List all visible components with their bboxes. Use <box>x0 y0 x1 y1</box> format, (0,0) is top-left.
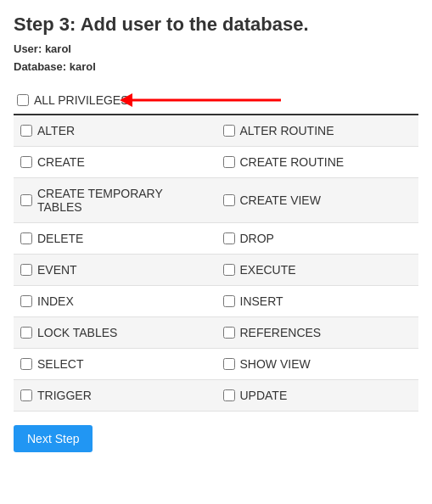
privilege-label[interactable]: ALTER ROUTINE <box>240 124 334 137</box>
privilege-cell: DROP <box>216 222 419 254</box>
next-step-button[interactable]: Next Step <box>14 425 93 452</box>
privilege-label[interactable]: UPDATE <box>240 389 288 402</box>
privilege-cell: UPDATE <box>216 379 419 411</box>
privilege-label[interactable]: CREATE ROUTINE <box>240 155 345 169</box>
privilege-checkbox[interactable] <box>223 327 235 339</box>
privilege-checkbox[interactable] <box>20 232 32 244</box>
all-privileges-row: ALL PRIVILEGES <box>14 87 418 115</box>
privilege-label[interactable]: EVENT <box>37 263 77 277</box>
database-label: Database: <box>14 60 66 73</box>
privilege-checkbox[interactable] <box>20 327 32 339</box>
privilege-checkbox[interactable] <box>223 295 235 307</box>
meta-info: User: karol Database: karol <box>14 41 418 76</box>
privilege-label[interactable]: LOCK TABLES <box>37 326 117 339</box>
privilege-checkbox[interactable] <box>223 389 235 401</box>
privilege-cell: ALTER ROUTINE <box>216 115 419 147</box>
privilege-cell: INDEX <box>14 285 216 316</box>
privilege-cell: CREATE VIEW <box>216 177 419 222</box>
privileges-table: ALTERALTER ROUTINECREATECREATE ROUTINECR… <box>14 115 418 412</box>
privilege-label[interactable]: TRIGGER <box>37 389 92 402</box>
privilege-checkbox[interactable] <box>223 156 235 168</box>
privilege-cell: CREATE <box>14 146 216 177</box>
privilege-label[interactable]: DROP <box>240 232 274 245</box>
privilege-label[interactable]: DELETE <box>37 232 83 245</box>
privilege-checkbox[interactable] <box>20 194 32 206</box>
svg-marker-1 <box>120 93 132 107</box>
privilege-checkbox[interactable] <box>20 389 32 401</box>
privilege-checkbox[interactable] <box>223 125 235 137</box>
privilege-label[interactable]: CREATE <box>37 155 85 169</box>
privilege-cell: INSERT <box>216 285 419 316</box>
privilege-checkbox[interactable] <box>223 358 235 370</box>
database-value: karol <box>70 60 96 73</box>
privilege-checkbox[interactable] <box>20 156 32 168</box>
privilege-label[interactable]: ALTER <box>37 124 75 137</box>
privilege-cell: TRIGGER <box>14 379 216 411</box>
privilege-label[interactable]: CREATE VIEW <box>240 193 321 207</box>
all-privileges-checkbox[interactable] <box>17 94 29 106</box>
privilege-label[interactable]: SELECT <box>37 357 83 371</box>
privilege-cell: DELETE <box>14 222 216 254</box>
privilege-cell: EXECUTE <box>216 254 419 285</box>
privilege-cell: LOCK TABLES <box>14 316 216 348</box>
privilege-label[interactable]: SHOW VIEW <box>240 357 311 371</box>
privilege-cell: SHOW VIEW <box>216 348 419 379</box>
all-privileges-label[interactable]: ALL PRIVILEGES <box>34 93 129 107</box>
privilege-label[interactable]: INSERT <box>240 294 283 308</box>
privilege-checkbox[interactable] <box>20 125 32 137</box>
privilege-cell: SELECT <box>14 348 216 379</box>
privilege-checkbox[interactable] <box>223 194 235 206</box>
privilege-cell: CREATE TEMPORARY TABLES <box>14 177 216 222</box>
page-title: Step 3: Add user to the database. <box>14 14 418 36</box>
privilege-checkbox[interactable] <box>20 295 32 307</box>
user-label: User: <box>14 42 42 55</box>
privilege-label[interactable]: EXECUTE <box>240 263 296 277</box>
privilege-cell: EVENT <box>14 254 216 285</box>
user-value: karol <box>45 42 71 55</box>
privilege-label[interactable]: CREATE TEMPORARY TABLES <box>37 187 210 214</box>
privilege-cell: CREATE ROUTINE <box>216 146 419 177</box>
arrow-annotation <box>115 88 285 112</box>
privilege-cell: REFERENCES <box>216 316 419 348</box>
privilege-label[interactable]: REFERENCES <box>240 326 322 339</box>
privilege-checkbox[interactable] <box>20 358 32 370</box>
privilege-checkbox[interactable] <box>20 264 32 276</box>
privilege-checkbox[interactable] <box>223 232 235 244</box>
privilege-label[interactable]: INDEX <box>37 294 74 308</box>
privilege-cell: ALTER <box>14 115 216 147</box>
privilege-checkbox[interactable] <box>223 264 235 276</box>
